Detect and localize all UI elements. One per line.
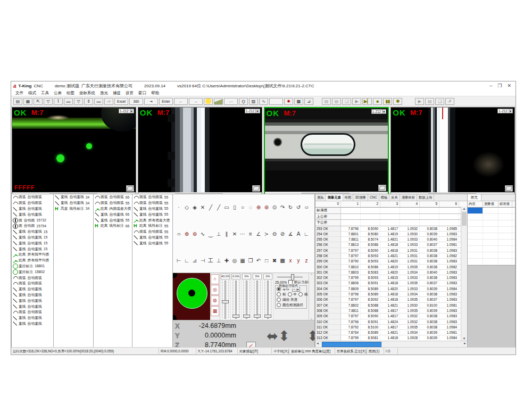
list-item[interactable]: 圆弧自动圆弧 (12, 309, 53, 315)
table-row[interactable]: 307 OK7.88028.50881.48211.09300.81001.09… (315, 303, 467, 308)
close-button[interactable]: ✕ (507, 83, 511, 88)
qr-code-button[interactable]: ▩ (294, 98, 303, 105)
circle-center-tool-icon[interactable]: ⊙ (271, 204, 278, 211)
table-tab[interactable]: 3D测量 (353, 194, 368, 201)
table-tab[interactable]: 夹具 (389, 194, 400, 201)
part-radio[interactable] (277, 287, 281, 291)
arc-tool-icon[interactable]: ↷ (279, 204, 286, 211)
wrench-button[interactable]: ✗ (445, 98, 454, 105)
list-item[interactable]: 距离所有线平均值 (12, 252, 53, 258)
plane-fit-tool-icon[interactable]: ◈ (191, 204, 198, 211)
element-row[interactable] (468, 220, 515, 227)
list-item[interactable]: 圆弧自动圆弧55 (132, 229, 172, 235)
ring-mid-button[interactable]: ◎ (211, 285, 219, 295)
arrow-right-button[interactable]: → (189, 98, 203, 105)
list-item[interactable]: 圆弧自动圆弧 (12, 275, 53, 281)
slider-track[interactable] (243, 281, 251, 319)
menu-item[interactable]: 坐标系统 (79, 90, 95, 96)
datum-tool-icon[interactable]: ⊿ (191, 257, 198, 265)
slider-thumb[interactable] (243, 315, 250, 318)
element-row[interactable] (468, 227, 515, 233)
light-slider-4[interactable]: 3% (252, 273, 263, 320)
slider-track[interactable] (232, 281, 240, 319)
list-item[interactable]: 圆弧自动圆弧55 (132, 194, 172, 200)
list-item[interactable]: 直线自动直线55 (132, 211, 172, 217)
list-item[interactable]: 圆弧自动圆弧55 (132, 200, 172, 206)
table-fixed-row[interactable]: 标准值 (315, 208, 467, 214)
camera-zoom-select[interactable]: 1-212▾ (497, 109, 513, 113)
table-row[interactable]: 310 OK7.87968.50911.48241.09320.80381.09… (315, 319, 467, 325)
rect-v-tool-icon[interactable]: ▯ (231, 204, 238, 211)
level-radio[interactable] (298, 292, 303, 297)
open-button[interactable]: ▦ (23, 98, 32, 105)
point-tool-icon[interactable]: · (175, 204, 182, 211)
height-dim-tool-icon[interactable]: ⊣ (199, 257, 206, 265)
list-item[interactable]: 直线自动直线 (12, 315, 53, 321)
table-horizontal-scrollbar[interactable]: ◄ ► (315, 341, 467, 347)
table-row[interactable]: 312 OK7.87648.50891.48211.09340.80391.09… (315, 330, 467, 335)
menu-item[interactable]: 激光 (100, 90, 108, 96)
arc-cw-tool-icon[interactable]: ↻ (287, 204, 294, 211)
list-item[interactable]: 直线自动直线34 (54, 200, 93, 206)
menu-item[interactable]: 帮助 (151, 90, 159, 96)
circle-scan-tool-icon[interactable]: ⊕ (255, 204, 262, 211)
ring-light-preview[interactable] (173, 273, 210, 320)
table-row[interactable]: 302 OK7.87998.50931.48151.09330.80381.09… (315, 275, 467, 281)
list-item[interactable]: 直线自动直线34 (54, 194, 93, 200)
element-row[interactable] (468, 246, 515, 252)
list-item[interactable]: 直径标注18801 (12, 263, 53, 269)
light-slider-2[interactable]: 0.0% (231, 273, 242, 320)
delete-tool-icon[interactable]: ✖ (271, 257, 278, 265)
stop-button[interactable]: ■ (373, 98, 382, 105)
align-x-tool-icon[interactable]: x (287, 257, 294, 265)
table-row[interactable]: 296 OK7.88138.50861.48181.09330.80371.09… (315, 242, 467, 248)
level-radio[interactable] (288, 292, 292, 297)
camera-view-3-active[interactable]: OK M:7 1-212▾ (264, 107, 389, 197)
run-button[interactable]: ✱ (393, 98, 402, 105)
tab-element[interactable]: 图元 (468, 194, 481, 201)
save-run-button[interactable]: ▤ (322, 98, 331, 105)
list-item[interactable]: 直线自动直线66 (94, 211, 132, 217)
list-item[interactable]: 直线自动直线55 (132, 235, 172, 241)
blank-button[interactable] (269, 98, 283, 105)
camera-view-1[interactable]: OK M:7 1-212▾ FFFFF (12, 107, 136, 197)
text-tool-icon[interactable]: A (295, 230, 302, 238)
slider-thumb[interactable] (254, 315, 261, 318)
table-row[interactable]: 309 OK7.87978.50901.48171.09320.80381.09… (315, 314, 467, 319)
arc-fit-tool-icon[interactable]: ‿ (207, 230, 214, 238)
stage-tool-button[interactable]: ▬ (94, 98, 103, 105)
threshold-radio[interactable] (277, 298, 281, 302)
excel-export-button[interactable]: Excel (114, 98, 128, 105)
camera-view-4[interactable]: OK M:7 1-212▾ (390, 107, 515, 197)
angle-tool-icon[interactable]: ∠ (255, 230, 262, 238)
element-row[interactable] (468, 259, 515, 265)
circle-in-tool-icon[interactable]: ⊘ (279, 230, 286, 238)
table-row[interactable]: 311 OK7.87928.51001.48171.09350.80381.09… (315, 325, 467, 330)
list-item[interactable]: 直线自动直线 (12, 298, 53, 303)
rect-h-tool-icon[interactable]: ▭ (223, 204, 230, 211)
table-row[interactable]: 293 OK7.87968.50901.48171.09320.80381.09… (315, 226, 467, 232)
curve-tool-icon[interactable]: ∿ (199, 230, 206, 238)
enter-button[interactable]: Enter (159, 98, 173, 105)
width-dim-tool-icon[interactable]: 工 (207, 257, 214, 265)
stage-up-button[interactable]: ⇕ (84, 98, 93, 105)
options-scrollbar[interactable] (309, 273, 314, 320)
table-row[interactable]: 303 OK7.88068.50911.48181.09350.80371.09… (315, 281, 467, 286)
camera-view-2[interactable]: OK M:7 1-212▾ (138, 107, 262, 197)
list-item[interactable]: 直线自动直线 (12, 321, 53, 327)
angle-dim-tool-icon[interactable]: ∟ (183, 257, 190, 265)
table-tab[interactable]: 测头 (315, 194, 326, 201)
view-360-button[interactable]: 360 (129, 98, 143, 105)
table-fixed-row[interactable]: 上公差 (315, 214, 467, 220)
element-row[interactable] (468, 208, 515, 214)
play-2-button[interactable]: ▶ (415, 98, 424, 105)
element-row[interactable] (468, 240, 515, 246)
xy-jog-control[interactable]: ⬌ ⬍ (267, 327, 301, 345)
multi-line-tool-icon[interactable]: ≡ (247, 230, 254, 238)
folder-button[interactable]: ❏ (342, 98, 351, 105)
play-to-end-button[interactable]: ▶▏ (362, 98, 372, 105)
play-gray-button[interactable]: ▶ (352, 98, 361, 105)
list-item[interactable]: 直线自动直线 (12, 206, 53, 212)
list-item[interactable]: 直线自动直线 (12, 211, 53, 217)
list-item[interactable]: 圆弧自动圆弧 (12, 281, 53, 286)
